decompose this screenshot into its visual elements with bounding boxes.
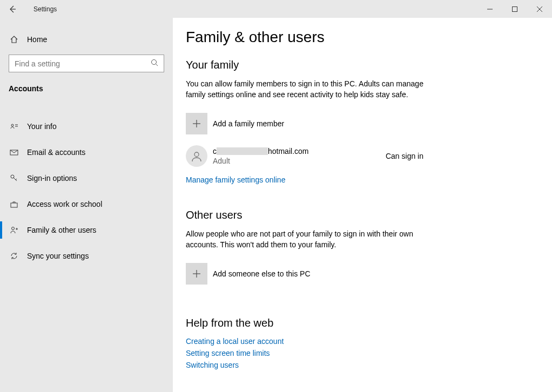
sidebar-item-your-info[interactable]: Your info [0, 113, 173, 139]
svg-line-6 [156, 64, 158, 66]
plus-icon [186, 263, 207, 285]
svg-point-5 [152, 60, 157, 65]
sidebar-item-label: Your info [27, 122, 57, 131]
svg-rect-2 [513, 6, 517, 11]
sidebar-item-label: Family & other users [27, 226, 96, 234]
arrow-left-icon [8, 5, 17, 13]
key-icon [9, 174, 19, 183]
sidebar-item-sync-settings[interactable]: Sync your settings [0, 243, 173, 269]
svg-line-13 [16, 179, 17, 180]
search-input[interactable] [15, 59, 151, 68]
svg-rect-14 [11, 203, 17, 207]
sidebar-item-email-accounts[interactable]: Email & accounts [0, 139, 173, 165]
family-user-row[interactable]: chotmail.com Adult Can sign in [186, 145, 423, 167]
help-link[interactable]: Creating a local user account [186, 337, 539, 346]
sidebar-item-family-other-users[interactable]: Family & other users [0, 217, 173, 243]
content-area[interactable]: Family & other users Your family You can… [173, 18, 552, 392]
close-button[interactable] [527, 0, 552, 18]
svg-point-20 [194, 152, 199, 157]
section-heading-help: Help from the web [186, 317, 539, 329]
minimize-button[interactable] [477, 0, 502, 18]
section-heading-other: Other users [186, 209, 539, 221]
window-title: Settings [33, 5, 57, 13]
home-button[interactable]: Home [0, 30, 173, 49]
sidebar: Home Accounts Your info Emai [0, 18, 173, 392]
sidebar-item-access-work-school[interactable]: Access work or school [0, 191, 173, 217]
plus-icon [186, 113, 207, 134]
titlebar: Settings [0, 0, 552, 18]
search-icon [151, 59, 158, 68]
manage-family-link[interactable]: Manage family settings online [186, 175, 539, 184]
add-family-member-button[interactable]: Add a family member [186, 113, 539, 134]
window-controls [477, 0, 552, 18]
back-button[interactable] [0, 0, 25, 18]
add-family-member-label: Add a family member [213, 119, 284, 128]
page-title: Family & other users [186, 29, 539, 46]
sidebar-item-label: Sync your settings [27, 252, 89, 260]
person-icon [191, 150, 203, 162]
sync-icon [9, 252, 19, 260]
home-icon [9, 35, 19, 44]
people-icon [9, 226, 19, 234]
person-card-icon [9, 122, 19, 131]
user-role: Adult [213, 157, 386, 165]
minimize-icon [487, 6, 493, 12]
sidebar-item-label: Email & accounts [27, 148, 85, 157]
svg-point-15 [12, 227, 15, 230]
home-label: Home [27, 35, 47, 44]
maximize-button[interactable] [502, 0, 527, 18]
sidebar-item-label: Sign-in options [27, 174, 77, 183]
add-other-user-label: Add someone else to this PC [213, 269, 311, 278]
redacted-text [217, 147, 268, 155]
sidebar-category: Accounts [0, 77, 173, 98]
add-other-user-button[interactable]: Add someone else to this PC [186, 263, 539, 285]
avatar [186, 145, 207, 167]
user-info: chotmail.com Adult [213, 147, 386, 165]
sidebar-nav: Your info Email & accounts Sign-in optio… [0, 113, 173, 269]
user-status: Can sign in [386, 152, 423, 160]
sidebar-item-sign-in-options[interactable]: Sign-in options [0, 165, 173, 191]
section-desc-family: You can allow family members to sign in … [186, 79, 423, 100]
section-desc-other: Allow people who are not part of your fa… [186, 229, 423, 250]
mail-icon [9, 148, 19, 157]
user-email: chotmail.com [213, 147, 386, 156]
briefcase-icon [9, 200, 19, 208]
help-link[interactable]: Switching users [186, 361, 539, 369]
svg-point-7 [11, 124, 14, 126]
help-link[interactable]: Setting screen time limits [186, 349, 539, 357]
maximize-icon [512, 6, 517, 12]
email-suffix: hotmail.com [268, 147, 308, 156]
close-icon [537, 6, 542, 12]
section-heading-family: Your family [186, 59, 539, 71]
sidebar-item-label: Access work or school [27, 200, 102, 208]
email-prefix: c [213, 147, 217, 156]
search-box[interactable] [9, 55, 164, 72]
